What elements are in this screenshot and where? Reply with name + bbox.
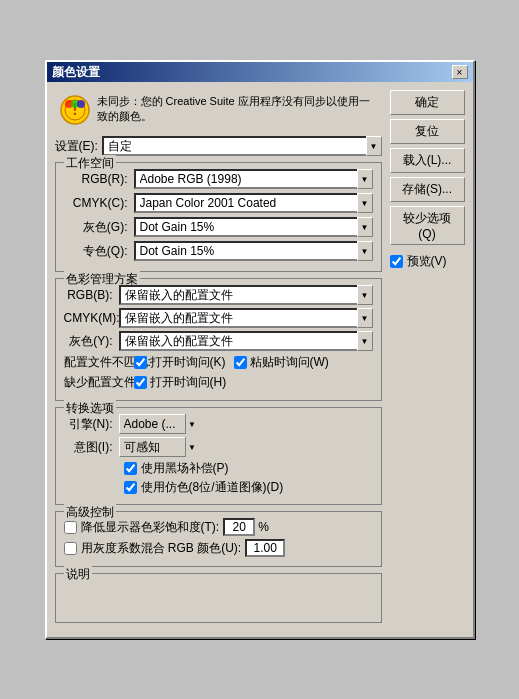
settings-select-wrapper: 自定 ▼ xyxy=(102,136,382,156)
description-group-label: 说明 xyxy=(64,566,92,583)
intent-label: 意图(I): xyxy=(64,439,119,456)
mismatch-checkboxes: 打开时询问(K) 粘贴时询问(W) xyxy=(134,354,329,371)
convert-group-label: 转换选项 xyxy=(64,400,116,417)
title-bar: 颜色设置 × xyxy=(47,62,473,82)
gray-select-wrapper: Dot Gain 15% ▼ xyxy=(134,217,373,237)
mismatch-paste-label: 粘贴时询问(W) xyxy=(234,354,329,371)
warning-icon: ! xyxy=(59,94,91,126)
convert-group: 转换选项 引擎(N): Adobe (... ▼ 意图(I): 可感知 xyxy=(55,407,382,505)
ok-button[interactable]: 确定 xyxy=(390,90,465,115)
dither-checkbox[interactable] xyxy=(124,481,137,494)
advanced-group: 高级控制 降低显示器色彩饱和度(T): % 用灰度系数混合 RGB 颜色(U): xyxy=(55,511,382,567)
mgmt-gray-row: 灰色(Y): 保留嵌入的配置文件 ▼ xyxy=(64,331,373,351)
advanced-group-label: 高级控制 xyxy=(64,504,116,521)
mgmt-gray-select[interactable]: 保留嵌入的配置文件 xyxy=(119,331,373,351)
missing-row: 缺少配置文件: 打开时询问(H) xyxy=(64,374,373,391)
reset-button[interactable]: 复位 xyxy=(390,119,465,144)
rgb-row: RGB(R): Adobe RGB (1998) ▼ xyxy=(64,169,373,189)
warning-area: ! 未同步：您的 Creative Suite 应用程序没有同步以使用一致的颜色… xyxy=(55,90,382,130)
black-point-label: 使用黑场补偿(P) xyxy=(141,460,229,477)
blend-row: 用灰度系数混合 RGB 颜色(U): xyxy=(64,539,373,557)
mgmt-cmyk-row: CMYK(M): 保留嵌入的配置文件 ▼ xyxy=(64,308,373,328)
missing-open-label: 打开时询问(H) xyxy=(134,374,227,391)
intent-select[interactable]: 可感知 xyxy=(119,437,199,457)
spot-select[interactable]: Dot Gain 15% xyxy=(134,241,373,261)
preview-container: 预览(V) xyxy=(390,253,465,270)
main-content: ! 未同步：您的 Creative Suite 应用程序没有同步以使用一致的颜色… xyxy=(55,90,382,629)
percent-sign: % xyxy=(258,520,269,534)
dither-row: 使用仿色(8位/通道图像)(D) xyxy=(64,479,373,496)
color-mgmt-group: 色彩管理方案 RGB(B): 保留嵌入的配置文件 ▼ CMYK(M): 保留嵌 xyxy=(55,278,382,401)
intent-select-wrapper: 可感知 ▼ xyxy=(119,437,199,457)
gray-label: 灰色(G): xyxy=(64,219,134,236)
description-group: 说明 xyxy=(55,573,382,623)
preview-checkbox[interactable] xyxy=(390,255,403,268)
mgmt-gray-select-wrapper: 保留嵌入的配置文件 ▼ xyxy=(119,331,373,351)
cmyk-row: CMYK(C): Japan Color 2001 Coated ▼ xyxy=(64,193,373,213)
engine-row: 引擎(N): Adobe (... ▼ xyxy=(64,414,373,434)
reduce-saturation-input[interactable] xyxy=(223,518,255,536)
close-button[interactable]: × xyxy=(452,65,468,79)
mismatch-paste-checkbox[interactable] xyxy=(234,356,247,369)
cmyk-label: CMYK(C): xyxy=(64,196,134,210)
mgmt-rgb-select[interactable]: 保留嵌入的配置文件 xyxy=(119,285,373,305)
mgmt-cmyk-select-wrapper: 保留嵌入的配置文件 ▼ xyxy=(119,308,373,328)
mgmt-cmyk-select[interactable]: 保留嵌入的配置文件 xyxy=(119,308,373,328)
blend-label: 用灰度系数混合 RGB 颜色(U): xyxy=(81,540,242,557)
missing-open-text: 打开时询问(H) xyxy=(150,374,227,391)
save-button[interactable]: 存储(S)... xyxy=(390,177,465,202)
black-point-row: 使用黑场补偿(P) xyxy=(64,460,373,477)
mgmt-rgb-row: RGB(B): 保留嵌入的配置文件 ▼ xyxy=(64,285,373,305)
mgmt-rgb-label: RGB(B): xyxy=(64,288,119,302)
rgb-select[interactable]: Adobe RGB (1998) xyxy=(134,169,373,189)
engine-label: 引擎(N): xyxy=(64,416,119,433)
fewer-options-button[interactable]: 较少选项(Q) xyxy=(390,206,465,245)
mismatch-open-label: 打开时询问(K) xyxy=(134,354,226,371)
cmyk-select[interactable]: Japan Color 2001 Coated xyxy=(134,193,373,213)
reduce-saturation-label: 降低显示器色彩饱和度(T): xyxy=(81,519,220,536)
mismatch-open-checkbox[interactable] xyxy=(134,356,147,369)
settings-select[interactable]: 自定 xyxy=(102,136,382,156)
engine-select[interactable]: Adobe (... xyxy=(119,414,199,434)
reduce-saturation-checkbox[interactable] xyxy=(64,521,77,534)
spot-label: 专色(Q): xyxy=(64,243,134,260)
mismatch-paste-text: 粘贴时询问(W) xyxy=(250,354,329,371)
blend-checkbox[interactable] xyxy=(64,542,77,555)
rgb-label: RGB(R): xyxy=(64,172,134,186)
dialog-body: ! 未同步：您的 Creative Suite 应用程序没有同步以使用一致的颜色… xyxy=(47,82,473,637)
black-point-checkbox[interactable] xyxy=(124,462,137,475)
mgmt-gray-label: 灰色(Y): xyxy=(64,333,119,350)
preview-label: 预览(V) xyxy=(407,253,447,270)
mgmt-cmyk-label: CMYK(M): xyxy=(64,311,119,325)
color-settings-dialog: 颜色设置 × ! 未同步：您的 Creative Suite 应用程序没有同步以… xyxy=(45,60,475,639)
workspace-group: 工作空间 RGB(R): Adobe RGB (1998) ▼ CMYK(C): xyxy=(55,162,382,272)
intent-row: 意图(I): 可感知 ▼ xyxy=(64,437,373,457)
side-buttons: 确定 复位 载入(L)... 存储(S)... 较少选项(Q) 预览(V) xyxy=(390,90,465,629)
gray-row: 灰色(G): Dot Gain 15% ▼ xyxy=(64,217,373,237)
svg-point-5 xyxy=(77,100,85,108)
cmyk-select-wrapper: Japan Color 2001 Coated ▼ xyxy=(134,193,373,213)
workspace-group-label: 工作空间 xyxy=(64,155,116,172)
mgmt-rgb-select-wrapper: 保留嵌入的配置文件 ▼ xyxy=(119,285,373,305)
blend-value-input[interactable] xyxy=(245,539,285,557)
missing-open-checkbox[interactable] xyxy=(134,376,147,389)
mismatch-row: 配置文件不匹配: 打开时询问(K) 粘贴时询问(W) xyxy=(64,354,373,371)
rgb-select-wrapper: Adobe RGB (1998) ▼ xyxy=(134,169,373,189)
load-button[interactable]: 载入(L)... xyxy=(390,148,465,173)
engine-select-wrapper: Adobe (... ▼ xyxy=(119,414,199,434)
dialog-title: 颜色设置 xyxy=(52,64,100,81)
missing-label: 缺少配置文件: xyxy=(64,374,134,391)
mismatch-open-text: 打开时询问(K) xyxy=(150,354,226,371)
gray-select[interactable]: Dot Gain 15% xyxy=(134,217,373,237)
dither-label: 使用仿色(8位/通道图像)(D) xyxy=(141,479,284,496)
mismatch-label: 配置文件不匹配: xyxy=(64,354,134,371)
warning-text: 未同步：您的 Creative Suite 应用程序没有同步以使用一致的颜色。 xyxy=(97,94,378,125)
settings-row: 设置(E): 自定 ▼ xyxy=(55,136,382,156)
settings-label: 设置(E): xyxy=(55,138,98,155)
spot-row: 专色(Q): Dot Gain 15% ▼ xyxy=(64,241,373,261)
spot-select-wrapper: Dot Gain 15% ▼ xyxy=(134,241,373,261)
